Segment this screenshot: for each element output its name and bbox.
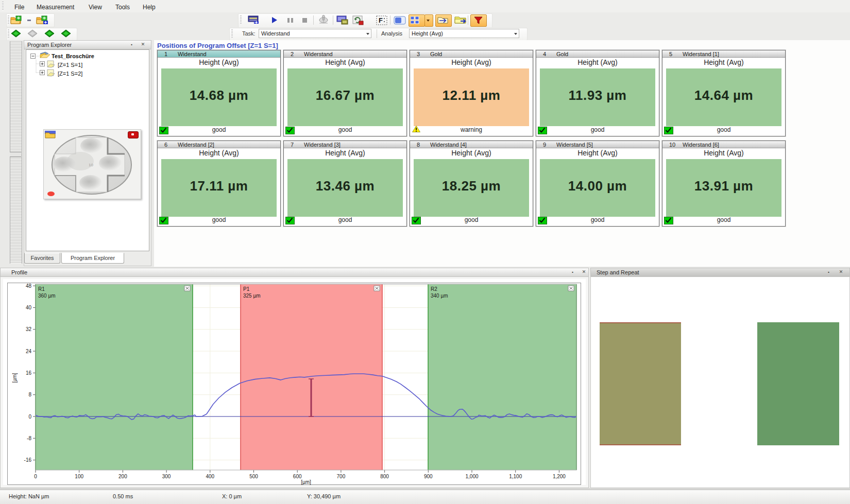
- svg-text:1,200: 1,200: [553, 474, 566, 479]
- svg-text:360 µm: 360 µm: [38, 293, 56, 299]
- svg-text:600: 600: [293, 474, 302, 479]
- svg-text:[µm]: [µm]: [12, 373, 18, 383]
- svg-text:32: 32: [26, 326, 32, 332]
- svg-text:P1: P1: [243, 286, 250, 292]
- svg-text:R2: R2: [431, 286, 437, 292]
- svg-text:8: 8: [28, 392, 31, 397]
- svg-text:800: 800: [380, 474, 389, 479]
- svg-text:1,000: 1,000: [465, 474, 478, 479]
- svg-text:24: 24: [26, 349, 32, 354]
- svg-text:340 µm: 340 µm: [431, 293, 448, 299]
- svg-text:100: 100: [75, 474, 83, 479]
- svg-text:R1: R1: [38, 286, 45, 292]
- svg-text:300: 300: [162, 474, 171, 479]
- svg-text:[µm]: [µm]: [301, 479, 311, 485]
- svg-text:16: 16: [26, 370, 32, 376]
- svg-text:48: 48: [26, 283, 32, 289]
- svg-text:0: 0: [34, 474, 37, 479]
- svg-text:F: F: [379, 16, 383, 24]
- svg-text:-16: -16: [24, 457, 32, 463]
- svg-text:700: 700: [337, 474, 346, 479]
- svg-text:200: 200: [118, 474, 127, 479]
- svg-text:400: 400: [206, 474, 214, 479]
- svg-text:1,100: 1,100: [509, 474, 522, 479]
- svg-text:10: 10: [89, 163, 93, 167]
- svg-text:500: 500: [249, 474, 258, 479]
- svg-text:325 µm: 325 µm: [243, 293, 261, 299]
- svg-text:900: 900: [424, 474, 433, 479]
- svg-text:0: 0: [28, 414, 31, 420]
- svg-text:40: 40: [26, 305, 32, 310]
- svg-text:-8: -8: [27, 436, 31, 441]
